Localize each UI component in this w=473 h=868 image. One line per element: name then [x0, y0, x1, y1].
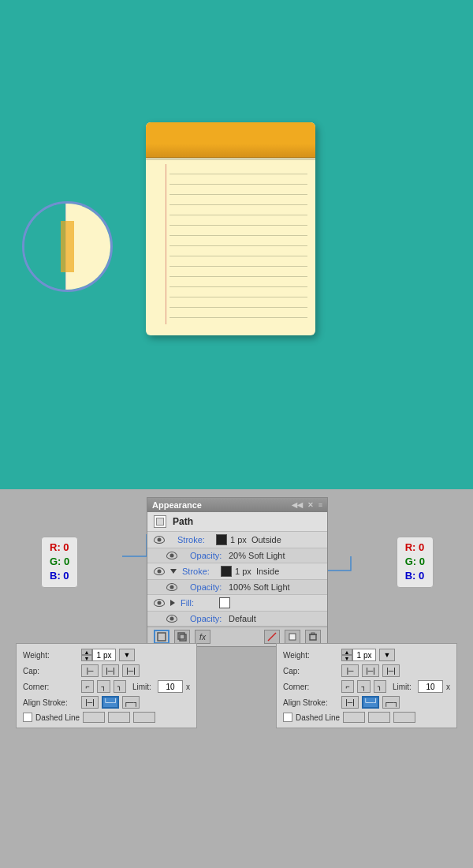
- notepad-line: [169, 287, 307, 297]
- eye-icon-2[interactable]: [154, 567, 165, 575]
- corner-btn-1-right[interactable]: ⌐: [341, 680, 354, 693]
- stroke-swatch-2[interactable]: [221, 566, 232, 577]
- notepad-line: [169, 164, 307, 174]
- align-row-left: Align Stroke: |─| └─┘ ┌─┐: [23, 696, 190, 709]
- dash-input-1-left[interactable]: [83, 712, 105, 723]
- cap-btn-2-right[interactable]: |─|: [362, 664, 379, 677]
- weight-row-left: Weight: ▲ ▼ ▼: [23, 649, 190, 661]
- fill-swatch[interactable]: [219, 597, 230, 608]
- weight-down-right[interactable]: ▼: [341, 655, 352, 661]
- delete-stroke-button[interactable]: [264, 630, 280, 644]
- cap-btn-2-left[interactable]: |─|: [102, 664, 119, 677]
- stroke-swatch-1[interactable]: [216, 534, 227, 545]
- cap-btn-1-left[interactable]: |─: [81, 664, 99, 677]
- corner-label-left: Corner:: [23, 683, 78, 691]
- weight-spinbox-right[interactable]: ▲ ▼: [341, 649, 376, 661]
- rgb-box-left: R: 0 G: 0 B: 0: [41, 537, 78, 588]
- eye-icon-op1[interactable]: [166, 552, 177, 559]
- notepad-line: [169, 195, 307, 205]
- opacity-value-2: 100% Soft Light: [229, 582, 290, 592]
- stroke-options-left: Weight: ▲ ▼ ▼ Cap: |─ |─| |─| Corner: ⌐ …: [16, 643, 197, 728]
- svg-rect-7: [311, 633, 315, 634]
- align-btn-2-left[interactable]: └─┘: [102, 696, 119, 709]
- eye-icon-1[interactable]: [154, 536, 165, 544]
- align-btn-2-right[interactable]: └─┘: [362, 696, 379, 709]
- limit-label-right: Limit:: [393, 683, 415, 691]
- align-label-right: Align Stroke:: [283, 698, 338, 707]
- eye-icon-fill[interactable]: [154, 599, 165, 607]
- stroke-options-right: Weight: ▲ ▼ ▼ Cap: |─ |─| |─| Corner: ⌐ …: [276, 643, 457, 728]
- cap-row-left: Cap: |─ |─| |─|: [23, 664, 190, 677]
- weight-label-right: Weight:: [283, 651, 338, 660]
- dashed-row-left: Dashed Line: [23, 712, 190, 723]
- weight-input-left[interactable]: [92, 649, 116, 661]
- weight-spinbox-left[interactable]: ▲ ▼: [81, 649, 116, 661]
- eye-icon-op3[interactable]: [166, 615, 177, 623]
- notepad-line: [169, 215, 307, 226]
- limit-input-right[interactable]: [418, 680, 443, 693]
- cap-btn-1-right[interactable]: |─: [341, 664, 359, 677]
- rgb-g-right: G: 0: [405, 555, 425, 569]
- corner-btn-2-right[interactable]: ┐: [357, 680, 370, 693]
- cap-btn-3-right[interactable]: |─|: [382, 664, 400, 677]
- collapse-icon[interactable]: ◀◀: [292, 501, 303, 509]
- align-btn-1-right[interactable]: |─|: [341, 696, 359, 709]
- dash-input-2-left[interactable]: [108, 712, 130, 723]
- align-btn-3-right[interactable]: ┌─┐: [382, 696, 400, 709]
- align-btn-3-left[interactable]: ┌─┐: [122, 696, 140, 709]
- path-swatch: [156, 518, 164, 526]
- notepad-line: [169, 174, 307, 185]
- panel-dots: ◀◀ ✕ ≡: [292, 501, 322, 509]
- dash-input-1-right[interactable]: [343, 712, 365, 723]
- fx-button[interactable]: fx: [195, 630, 210, 644]
- limit-input-left[interactable]: [158, 680, 183, 693]
- notepad-line: [169, 246, 307, 256]
- opacity-row-2: Opacity: 100% Soft Light: [147, 580, 327, 595]
- weight-dropdown-right[interactable]: ▼: [379, 649, 395, 661]
- notepad-line: [169, 236, 307, 246]
- corner-btn-3-right[interactable]: ╮: [374, 680, 386, 693]
- corner-btn-3-left[interactable]: ╮: [114, 680, 126, 693]
- notepad-line: [169, 277, 307, 287]
- svg-rect-2: [178, 633, 184, 639]
- weight-arrows-left[interactable]: ▲ ▼: [81, 649, 92, 661]
- svg-rect-5: [310, 634, 316, 640]
- opacity-label-3: Opacity:: [190, 614, 225, 623]
- duplicate-button[interactable]: [174, 630, 190, 644]
- trash-button[interactable]: [305, 630, 321, 644]
- svg-rect-4: [289, 634, 296, 640]
- close-icon[interactable]: ✕: [307, 501, 314, 509]
- dash-input-3-left[interactable]: [133, 712, 155, 723]
- weight-dropdown-left[interactable]: ▼: [119, 649, 135, 661]
- notepad-line: [169, 267, 307, 277]
- weight-arrows-right[interactable]: ▲ ▼: [341, 649, 352, 661]
- add-layer-button[interactable]: [154, 630, 169, 644]
- expand-arrow-2[interactable]: [170, 569, 177, 574]
- align-label-left: Align Stroke:: [23, 698, 78, 707]
- notepad-line: [169, 226, 307, 236]
- opacity-label-2: Opacity:: [190, 582, 225, 592]
- eye-icon-op2[interactable]: [166, 583, 177, 591]
- cap-row-right: Cap: |─ |─| |─|: [283, 664, 450, 677]
- align-btn-1-left[interactable]: |─|: [81, 696, 99, 709]
- fill-label: Fill:: [181, 598, 216, 608]
- cap-btn-3-left[interactable]: |─|: [122, 664, 140, 677]
- dash-input-2-right[interactable]: [368, 712, 390, 723]
- weight-down-left[interactable]: ▼: [81, 655, 92, 661]
- stroke-row-2: Stroke: 1 px Inside: [147, 563, 327, 580]
- corner-btn-2-left[interactable]: ┐: [97, 680, 110, 693]
- dashed-checkbox-right[interactable]: [283, 713, 292, 722]
- copy-button[interactable]: [285, 630, 300, 644]
- weight-input-right[interactable]: [352, 649, 376, 661]
- dashed-checkbox-left[interactable]: [23, 713, 32, 722]
- opacity-value-3: Default: [229, 614, 256, 623]
- dash-input-3-right[interactable]: [393, 712, 415, 723]
- weight-up-left[interactable]: ▲: [81, 649, 92, 655]
- weight-row-right: Weight: ▲ ▼ ▼: [283, 649, 450, 661]
- expand-arrow-fill[interactable]: [170, 600, 175, 606]
- corner-btn-1-left[interactable]: ⌐: [81, 680, 94, 693]
- panel-menu-icon[interactable]: ≡: [318, 501, 322, 509]
- rgb-r-right: R: 0: [405, 541, 425, 555]
- opacity-row-1: Opacity: 20% Soft Light: [147, 548, 327, 563]
- weight-up-right[interactable]: ▲: [341, 649, 352, 655]
